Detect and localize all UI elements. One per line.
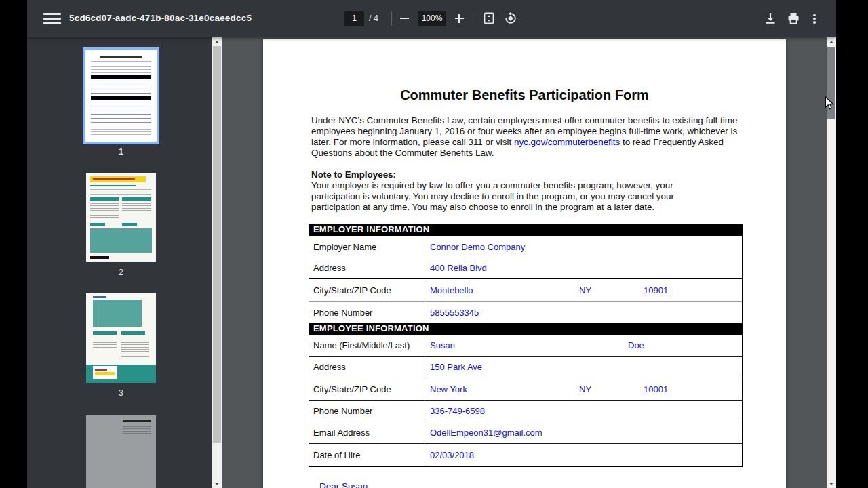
table-row-employer-city-state-zip: City/State/ZIP Code MontebelloNY10901 bbox=[309, 279, 742, 302]
participation-form-table: EMPLOYER INFORMATION Employer Name Conno… bbox=[309, 224, 743, 467]
scroll-down-icon[interactable] bbox=[827, 479, 836, 488]
field-label: Phone Number bbox=[309, 302, 425, 323]
table-row-employer-phone: Phone Number 5855553345 bbox=[309, 302, 742, 323]
pdf-toolbar: 5cd6cd07-aadc-471b-80ac-31e0caeedcc5 1 /… bbox=[27, 0, 836, 37]
toolbar-divider bbox=[475, 12, 475, 26]
thumbnail-page-4[interactable] bbox=[86, 415, 156, 488]
employee-city-value: New York bbox=[430, 384, 579, 394]
print-icon bbox=[787, 12, 800, 24]
sidebar-scrollbar-thumb[interactable] bbox=[213, 46, 221, 443]
field-label: City/State/ZIP Code bbox=[309, 378, 425, 400]
note-heading: Note to Employees: bbox=[311, 169, 396, 180]
employee-city-state-zip-value: New YorkNY10001 bbox=[425, 378, 742, 400]
field-label: Name (First/Middle/Last) bbox=[309, 335, 425, 356]
fit-page-button[interactable] bbox=[480, 9, 498, 27]
employer-phone-value: 5855553345 bbox=[425, 302, 742, 323]
field-label: City/State/ZIP Code bbox=[309, 279, 425, 301]
rotate-icon bbox=[505, 12, 517, 24]
page-1-thumbnail-preview bbox=[85, 50, 157, 142]
employee-state-value: NY bbox=[579, 384, 644, 394]
scroll-up-icon[interactable] bbox=[212, 37, 222, 46]
employer-section-header: EMPLOYER INFORMATION bbox=[309, 224, 742, 236]
page-count-label: / 4 bbox=[369, 14, 378, 23]
employee-email-value: OdellEmpeon31@gmail.com bbox=[425, 422, 742, 443]
table-row-date-of-hire: Date of Hire 02/03/2018 bbox=[309, 444, 742, 466]
employee-address-value: 150 Park Ave bbox=[425, 357, 742, 378]
table-row-employee-city-state-zip: City/State/ZIP Code New YorkNY10001 bbox=[309, 378, 742, 401]
thumbnail-page-3[interactable] bbox=[86, 293, 156, 383]
document-filename: 5cd6cd07-aadc-471b-80ac-31e0caeedcc5 bbox=[69, 13, 252, 23]
date-of-hire-value: 02/03/2018 bbox=[425, 444, 742, 466]
table-row-employee-address: Address 150 Park Ave bbox=[309, 357, 742, 378]
field-label: Email Address bbox=[309, 422, 425, 443]
document-scrollbar-thumb[interactable] bbox=[827, 47, 835, 119]
menu-icon[interactable] bbox=[43, 13, 61, 24]
document-viewer: Commuter Benefits Participation Form Und… bbox=[222, 37, 827, 488]
employer-address-value: 400 Rella Blvd bbox=[425, 258, 742, 278]
document-scrollbar[interactable] bbox=[827, 37, 836, 488]
thumbnail-sidebar: 1 2 3 bbox=[27, 37, 212, 488]
employee-zip-value: 10001 bbox=[644, 384, 668, 394]
employer-state-value: NY bbox=[579, 285, 644, 296]
zoom-level-input[interactable]: 100% bbox=[418, 11, 446, 26]
page-3-thumbnail-preview bbox=[86, 293, 156, 383]
note-body: Your employer is required by law to offe… bbox=[311, 180, 718, 213]
more-options-button[interactable] bbox=[807, 9, 822, 27]
employee-first-name-value: Susan bbox=[430, 340, 628, 350]
field-label: Date of Hire bbox=[309, 444, 425, 466]
commuterbenefits-link[interactable]: nyc.gov/commuterbenefits bbox=[514, 137, 620, 147]
table-row-employee-email: Email Address OdellEmpeon31@gmail.com bbox=[309, 422, 742, 444]
zoom-out-button[interactable] bbox=[395, 9, 413, 27]
employer-name-value: Connor Demo Company bbox=[425, 236, 742, 258]
table-row-employer-name: Employer Name Connor Demo Company bbox=[309, 236, 742, 258]
sidebar-scrollbar[interactable] bbox=[212, 37, 222, 488]
intro-paragraph: Under NYC’s Commuter Benefits Law, certa… bbox=[311, 115, 741, 159]
employer-zip-value: 10901 bbox=[644, 285, 668, 296]
page-2-thumbnail-preview bbox=[86, 173, 156, 262]
field-label: Address bbox=[309, 258, 425, 278]
field-label: Address bbox=[309, 357, 425, 378]
table-row-employer-address: Address 400 Rella Blvd bbox=[309, 258, 742, 279]
document-title: Commuter Benefits Participation Form bbox=[263, 87, 786, 103]
table-row-employee-name: Name (First/Middle/Last) SusanDoe bbox=[309, 335, 742, 357]
zoom-in-icon bbox=[455, 14, 464, 23]
print-button[interactable] bbox=[785, 9, 802, 27]
employee-last-name-value: Doe bbox=[628, 340, 644, 350]
pdf-page-1: Commuter Benefits Participation Form Und… bbox=[263, 39, 786, 488]
download-icon bbox=[764, 12, 776, 24]
rotate-button[interactable] bbox=[502, 9, 519, 27]
field-label: Phone Number bbox=[309, 401, 425, 422]
thumbnail-page-1[interactable] bbox=[83, 47, 159, 144]
employee-section-header: EMPLOYEE INFORMATION bbox=[309, 323, 742, 335]
download-button[interactable] bbox=[762, 9, 779, 27]
table-row-employee-phone: Phone Number 336-749-6598 bbox=[309, 401, 742, 422]
thumbnail-label-2: 2 bbox=[86, 268, 156, 277]
scroll-down-icon[interactable] bbox=[212, 479, 222, 488]
scroll-up-icon[interactable] bbox=[827, 37, 836, 46]
employee-name-value: SusanDoe bbox=[425, 335, 742, 356]
pdf-viewer-app: 5cd6cd07-aadc-471b-80ac-31e0caeedcc5 1 /… bbox=[27, 0, 836, 488]
field-label: Employer Name bbox=[309, 236, 425, 258]
zoom-in-button[interactable] bbox=[450, 9, 468, 27]
thumbnail-page-2[interactable] bbox=[86, 173, 156, 262]
closing-salutation: Dear Susan bbox=[319, 481, 368, 488]
employer-city-value: Montebello bbox=[430, 285, 579, 296]
page-number-input[interactable]: 1 bbox=[344, 11, 364, 26]
toolbar-divider bbox=[391, 12, 392, 26]
page-4-thumbnail-preview bbox=[86, 415, 156, 488]
thumbnail-label-1: 1 bbox=[83, 147, 159, 157]
employer-city-state-zip-value: MontebelloNY10901 bbox=[425, 279, 742, 301]
employee-phone-value: 336-749-6598 bbox=[425, 401, 742, 422]
zoom-out-icon bbox=[400, 18, 409, 19]
fit-page-icon bbox=[484, 12, 494, 24]
thumbnail-label-3: 3 bbox=[86, 388, 156, 398]
